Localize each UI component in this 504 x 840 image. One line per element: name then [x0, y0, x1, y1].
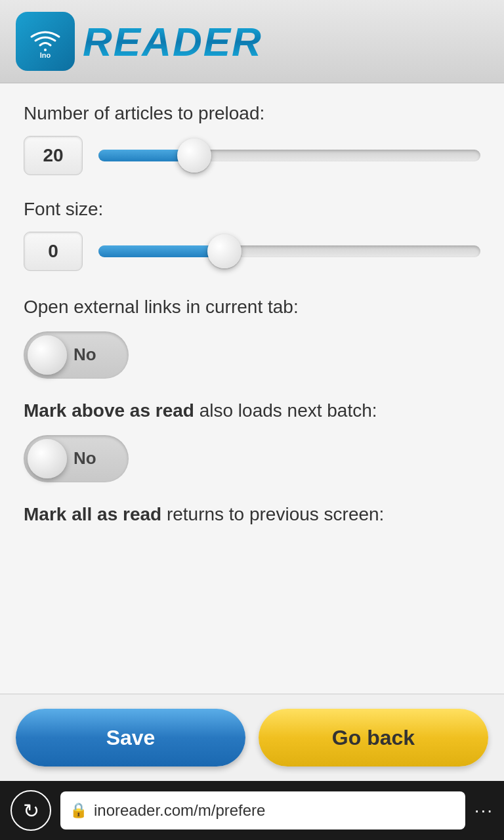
- settings-content: Number of articles to preload: 20 Font s…: [0, 83, 504, 694]
- svg-text:Ino: Ino: [40, 51, 51, 59]
- external-links-label: Open external links in current tab:: [24, 295, 480, 320]
- browser-url-text: inoreader.com/m/prefere: [94, 801, 265, 820]
- external-links-toggle-label: No: [74, 345, 96, 365]
- mark-all-rest: returns to previous screen:: [161, 504, 384, 524]
- app-header: Ino READER: [0, 0, 504, 83]
- font-size-slider-track: [98, 245, 480, 257]
- font-size-slider-thumb[interactable]: [207, 234, 242, 268]
- wifi-logo-icon: Ino: [28, 24, 63, 59]
- save-button[interactable]: Save: [16, 709, 245, 766]
- lock-icon: 🔒: [70, 802, 87, 819]
- preload-value: 20: [24, 136, 83, 175]
- preload-label: Number of articles to preload:: [24, 103, 480, 124]
- preload-slider[interactable]: [98, 136, 480, 175]
- preload-slider-thumb[interactable]: [177, 138, 211, 173]
- font-size-row: 0: [24, 232, 480, 271]
- font-size-slider-fill: [98, 245, 224, 257]
- mark-above-toggle-row: No: [24, 435, 480, 482]
- preload-row: 20: [24, 136, 480, 175]
- footer-buttons: Save Go back: [0, 694, 504, 781]
- font-size-slider[interactable]: [98, 232, 480, 271]
- external-links-toggle-row: No: [24, 331, 480, 379]
- browser-url-bar[interactable]: 🔒 inoreader.com/m/prefere: [60, 791, 465, 830]
- go-back-button[interactable]: Go back: [259, 709, 488, 766]
- app-logo: Ino: [16, 12, 75, 71]
- font-size-value: 0: [24, 232, 83, 271]
- browser-menu-button[interactable]: ···: [474, 800, 494, 821]
- external-links-toggle[interactable]: No: [24, 331, 129, 379]
- font-size-label: Font size:: [24, 199, 480, 220]
- mark-above-description: Mark above as read also loads next batch…: [24, 398, 480, 423]
- mark-above-toggle-label: No: [74, 448, 96, 469]
- mark-above-rest: also loads next batch:: [194, 400, 377, 421]
- external-links-toggle-thumb: [28, 335, 67, 375]
- preload-slider-track: [98, 150, 480, 161]
- mark-above-toggle-thumb: [28, 439, 67, 478]
- app-title: READER: [83, 18, 262, 65]
- browser-reload-button[interactable]: ↻: [10, 790, 51, 831]
- mark-all-description: Mark all as read returns to previous scr…: [24, 502, 480, 527]
- reload-icon: ↻: [23, 799, 39, 822]
- mark-above-bold: Mark above as read: [24, 400, 194, 421]
- browser-bar: ↻ 🔒 inoreader.com/m/prefere ···: [0, 781, 504, 840]
- mark-all-bold: Mark all as read: [24, 504, 161, 524]
- mark-above-toggle[interactable]: No: [24, 435, 129, 482]
